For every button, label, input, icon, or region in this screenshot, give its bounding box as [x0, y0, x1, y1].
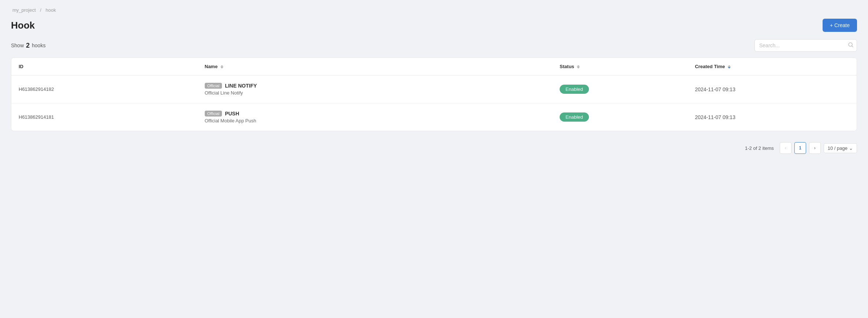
page-title: Hook: [11, 20, 35, 31]
col-header-id: ID: [11, 58, 197, 75]
table-row[interactable]: H613862914181 Official PUSH Official Mob…: [11, 103, 857, 131]
hooks-label: hooks: [32, 42, 45, 48]
pagination-row: 1-2 of 2 items ‹ 1 › 10 / page ⌄: [11, 138, 857, 158]
chevron-down-icon: ⌄: [849, 145, 853, 151]
create-button[interactable]: + Create: [823, 19, 857, 32]
pagination-prev-button[interactable]: ‹: [780, 142, 791, 154]
pagination-page-1-button[interactable]: 1: [794, 142, 806, 154]
toolbar-row: Show 2 hooks: [11, 39, 857, 52]
header-row: Hook + Create: [11, 19, 857, 32]
official-badge-1: Official: [205, 111, 222, 117]
cell-time-0: 2024-11-07 09:13: [687, 75, 857, 103]
cell-id-0: H613862914182: [11, 75, 197, 103]
hook-name-bold-1: PUSH: [225, 111, 239, 117]
cell-status-1: Enabled: [552, 103, 687, 131]
show-count: Show 2 hooks: [11, 42, 45, 49]
cell-name-1: Official PUSH Official Mobile App Push: [197, 103, 552, 131]
table-header-row: ID Name Status Creat: [11, 58, 857, 75]
table-row[interactable]: H613862914182 Official LINE NOTIFY Offic…: [11, 75, 857, 103]
cell-time-1: 2024-11-07 09:13: [687, 103, 857, 131]
hooks-table: ID Name Status Creat: [11, 58, 857, 131]
breadcrumb: my_project / hook: [11, 7, 857, 13]
name-sort-icon: [220, 65, 223, 69]
col-header-name[interactable]: Name: [197, 58, 552, 75]
hook-name-bold-0: LINE NOTIFY: [225, 83, 257, 89]
col-header-status[interactable]: Status: [552, 58, 687, 75]
breadcrumb-project[interactable]: my_project: [12, 7, 36, 13]
breadcrumb-separator: /: [40, 7, 41, 13]
breadcrumb-current: hook: [45, 7, 56, 13]
pagination-info: 1-2 of 2 items: [745, 145, 774, 151]
svg-line-1: [852, 46, 853, 47]
col-header-created-time[interactable]: Created Time: [687, 58, 857, 75]
status-badge-1: Enabled: [560, 112, 589, 122]
hook-name-sub-0: Official Line Notify: [205, 90, 545, 96]
official-badge-0: Official: [205, 83, 222, 89]
cell-id-1: H613862914181: [11, 103, 197, 131]
search-icon: [848, 42, 853, 49]
search-box: [754, 39, 857, 52]
hook-count: 2: [26, 42, 30, 49]
show-label: Show: [11, 42, 24, 48]
page-size-selector[interactable]: 10 / page ⌄: [824, 143, 857, 153]
hooks-table-container: ID Name Status Creat: [11, 58, 857, 131]
cell-name-0: Official LINE NOTIFY Official Line Notif…: [197, 75, 552, 103]
created-time-sort-icon: [728, 65, 731, 69]
status-sort-icon: [577, 65, 580, 69]
search-input[interactable]: [754, 39, 857, 52]
status-badge-0: Enabled: [560, 85, 589, 94]
hook-name-sub-1: Official Mobile App Push: [205, 118, 545, 123]
cell-status-0: Enabled: [552, 75, 687, 103]
pagination-next-button[interactable]: ›: [809, 142, 821, 154]
